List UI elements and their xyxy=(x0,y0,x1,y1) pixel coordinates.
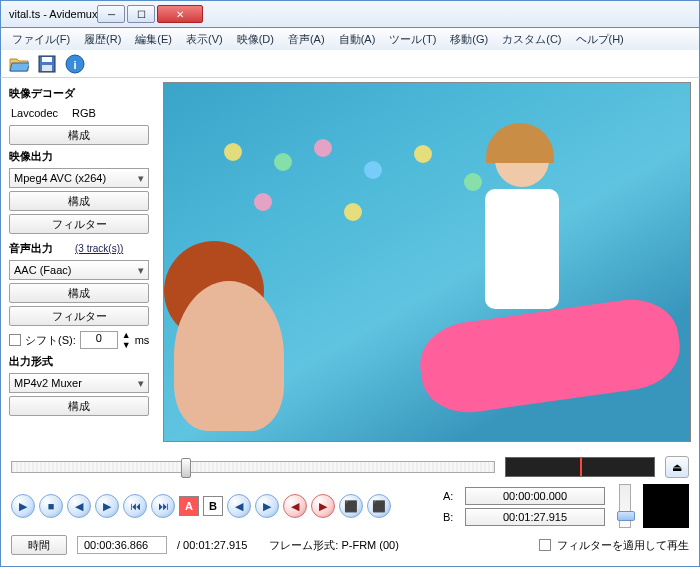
svg-rect-2 xyxy=(42,65,52,71)
shift-checkbox[interactable] xyxy=(9,334,21,346)
prev-cut-button[interactable]: ◀ xyxy=(283,494,307,518)
muxer-configure-button[interactable]: 構成 xyxy=(9,396,149,416)
frame-type-label: フレーム形式: P-FRM (00) xyxy=(269,538,399,553)
next-keyframe-button[interactable]: ⏭ xyxy=(151,494,175,518)
time-button[interactable]: 時間 xyxy=(11,535,67,555)
decoder-colorspace: RGB xyxy=(72,107,96,119)
b-timecode[interactable]: 00:01:27.915 xyxy=(465,508,605,526)
next-black-button[interactable]: ⬛ xyxy=(367,494,391,518)
audio-meter xyxy=(643,484,689,528)
menu-go[interactable]: 移動(G) xyxy=(443,30,495,49)
apply-filter-label: フィルターを適用して再生 xyxy=(557,538,689,553)
maximize-button[interactable]: ☐ xyxy=(127,5,155,23)
menu-help[interactable]: ヘルプ(H) xyxy=(569,30,631,49)
menu-auto[interactable]: 自動(A) xyxy=(332,30,383,49)
apply-filter-checkbox[interactable] xyxy=(539,539,551,551)
total-timecode: / 00:01:27.915 xyxy=(177,539,247,551)
minimize-button[interactable]: ─ xyxy=(97,5,125,23)
menu-view[interactable]: 表示(V) xyxy=(179,30,230,49)
next-frame-button[interactable]: ▶ xyxy=(95,494,119,518)
audio-codec-select[interactable]: AAC (Faac) xyxy=(9,260,149,280)
window-title: vital.ts - Avidemux xyxy=(9,8,97,20)
stop-button[interactable]: ■ xyxy=(39,494,63,518)
audio-output-title: 音声出力 xyxy=(9,241,53,256)
menu-custom[interactable]: カスタム(C) xyxy=(495,30,568,49)
play-button[interactable]: ▶ xyxy=(11,494,35,518)
open-icon[interactable] xyxy=(7,53,31,75)
shift-value-input[interactable]: 0 xyxy=(80,331,118,349)
shift-label: シフト(S): xyxy=(25,333,76,348)
video-output-title: 映像出力 xyxy=(9,149,153,164)
save-icon[interactable] xyxy=(35,53,59,75)
volume-slider[interactable] xyxy=(619,484,631,528)
menu-bar: ファイル(F) 履歴(R) 編集(E) 表示(V) 映像(D) 音声(A) 自動… xyxy=(0,28,700,50)
current-timecode[interactable]: 00:00:36.866 xyxy=(77,536,167,554)
shift-unit: ms xyxy=(135,334,150,346)
menu-history[interactable]: 履歴(R) xyxy=(77,30,128,49)
a-label: A: xyxy=(443,490,459,502)
set-marker-a-button[interactable]: A xyxy=(179,496,199,516)
goto-b-button[interactable]: ▶ xyxy=(255,494,279,518)
svg-text:i: i xyxy=(73,59,76,71)
decoder-configure-button[interactable]: 構成 xyxy=(9,125,149,145)
audio-configure-button[interactable]: 構成 xyxy=(9,283,149,303)
toolbar: i xyxy=(0,50,700,78)
preview-panel xyxy=(161,78,699,452)
set-marker-b-button[interactable]: B xyxy=(203,496,223,516)
a-timecode[interactable]: 00:00:00.000 xyxy=(465,487,605,505)
menu-file[interactable]: ファイル(F) xyxy=(5,30,77,49)
window-titlebar: vital.ts - Avidemux ─ ☐ ✕ xyxy=(0,0,700,28)
audio-tracks-link[interactable]: (3 track(s)) xyxy=(75,243,123,254)
prev-frame-button[interactable]: ◀ xyxy=(67,494,91,518)
sidebar: 映像デコーダ Lavcodec RGB 構成 映像出力 Mpeg4 AVC (x… xyxy=(1,78,161,452)
decoder-codec: Lavcodec xyxy=(11,107,58,119)
seek-slider[interactable] xyxy=(11,461,495,473)
video-decoder-title: 映像デコーダ xyxy=(9,86,153,101)
muxer-select[interactable]: MP4v2 Muxer xyxy=(9,373,149,393)
eject-button[interactable]: ⏏ xyxy=(665,456,689,478)
video-filter-button[interactable]: フィルター xyxy=(9,214,149,234)
close-button[interactable]: ✕ xyxy=(157,5,203,23)
menu-edit[interactable]: 編集(E) xyxy=(128,30,179,49)
info-icon[interactable]: i xyxy=(63,53,87,75)
menu-tools[interactable]: ツール(T) xyxy=(382,30,443,49)
next-cut-button[interactable]: ▶ xyxy=(311,494,335,518)
menu-video[interactable]: 映像(D) xyxy=(230,30,281,49)
audio-filter-button[interactable]: フィルター xyxy=(9,306,149,326)
b-label: B: xyxy=(443,511,459,523)
menu-audio[interactable]: 音声(A) xyxy=(281,30,332,49)
nav-strip[interactable] xyxy=(505,457,655,477)
output-format-title: 出力形式 xyxy=(9,354,153,369)
prev-black-button[interactable]: ⬛ xyxy=(339,494,363,518)
video-preview xyxy=(163,82,691,442)
bottom-panel: ⏏ ▶ ■ ◀ ▶ ⏮ ⏭ A B ◀ ▶ ◀ ▶ ⬛ ⬛ A: 00:00:0… xyxy=(0,452,700,567)
video-configure-button[interactable]: 構成 xyxy=(9,191,149,211)
prev-keyframe-button[interactable]: ⏮ xyxy=(123,494,147,518)
svg-rect-1 xyxy=(42,57,52,62)
video-codec-select[interactable]: Mpeg4 AVC (x264) xyxy=(9,168,149,188)
goto-a-button[interactable]: ◀ xyxy=(227,494,251,518)
